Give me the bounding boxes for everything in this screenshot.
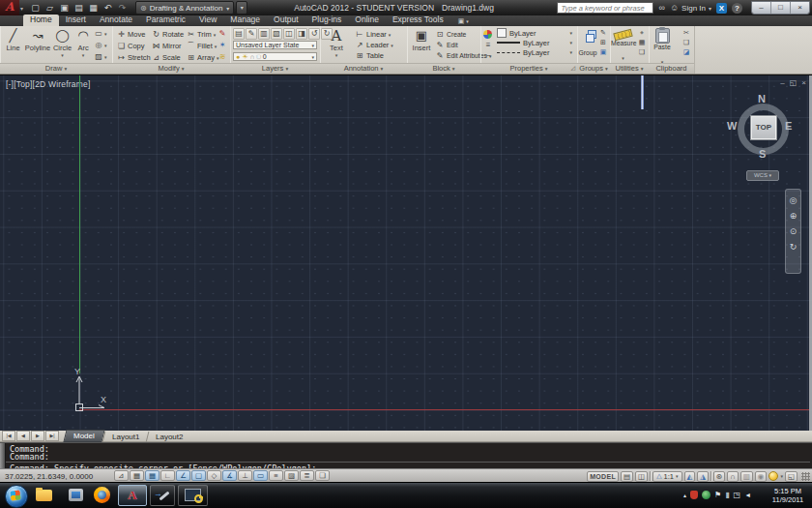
doc-minimize-icon[interactable]: – — [780, 78, 784, 87]
quick-select-tool[interactable]: ❏ — [637, 48, 647, 56]
group-tool[interactable]: Group — [578, 28, 597, 59]
panel-label-modify[interactable]: Modify▾ — [112, 63, 230, 74]
tab-model[interactable]: Model — [63, 430, 104, 442]
offset-tool[interactable]: ≋ — [218, 52, 227, 61]
steering-wheel-icon[interactable]: ◎ — [790, 195, 798, 205]
layer-properties-icon[interactable]: ▤ — [233, 28, 245, 40]
tab-online[interactable]: Online — [348, 15, 386, 26]
match-properties-tool[interactable]: ◪ — [682, 48, 691, 56]
leader-tool[interactable]: ↗Leader▾ — [355, 41, 393, 49]
plot-icon[interactable]: ▦ — [88, 4, 99, 13]
object-snap-tracking-toggle[interactable]: ∡ — [222, 470, 237, 481]
arc-tool[interactable]: ◠ Arc ▾ — [73, 28, 93, 58]
taskbar-tool-app[interactable]: → — [150, 485, 175, 506]
array-tool[interactable]: ⊞Array▾ — [187, 52, 220, 63]
minimize-button[interactable]: – — [752, 2, 771, 14]
layer-unisolate-icon[interactable]: ▧ — [271, 28, 282, 40]
trim-tool[interactable]: ✂Trim▾ — [187, 29, 220, 40]
exchange-apps-icon[interactable]: X — [716, 3, 727, 14]
ribbon-display-toggle[interactable]: ▣ ▾ — [458, 16, 469, 26]
tab-parametric[interactable]: Parametric — [139, 15, 192, 26]
taskbar-key-app[interactable] — [178, 485, 208, 506]
quick-access-customize-button[interactable]: ▾ — [236, 1, 247, 15]
panel-label-clipboard[interactable]: Clipboard — [649, 63, 694, 74]
first-tab-button[interactable]: |◀ — [2, 431, 15, 441]
transparency-toggle[interactable]: ▨ — [284, 470, 299, 481]
group-edit-tool[interactable]: ✎ — [598, 29, 608, 37]
pan-icon[interactable]: ⊕ — [790, 211, 798, 221]
lightbulb-icon[interactable] — [768, 471, 778, 481]
redo-icon[interactable]: ↷ — [117, 4, 128, 13]
layer-state-dropdown[interactable]: Unsaved Layer State ▾ — [233, 41, 317, 49]
next-tab-button[interactable]: ▶ — [31, 431, 44, 441]
insert-block-tool[interactable]: ▣ Insert — [409, 28, 434, 52]
drawn-line-object[interactable] — [641, 75, 644, 109]
dynamic-input-toggle[interactable]: ▭ — [253, 470, 268, 481]
network-tray-icon[interactable] — [702, 491, 710, 499]
polar-tracking-toggle[interactable]: ∠ — [176, 470, 190, 481]
prev-tab-button[interactable]: ◀ — [16, 431, 30, 441]
panel-label-utilities[interactable]: Utilities▾ — [610, 63, 649, 74]
taskbar-autocad[interactable]: A — [118, 485, 147, 506]
autoscale-icon[interactable]: ◮ — [697, 471, 709, 482]
ortho-mode-toggle[interactable]: ∟ — [160, 470, 175, 481]
rectangle-tool[interactable]: ▭▾ — [94, 29, 107, 38]
linetype-dropdown[interactable]: ByLayer ▾ — [497, 47, 574, 57]
taskbar-explorer[interactable] — [36, 488, 52, 501]
annotation-visibility-icon[interactable]: ◭ — [684, 471, 696, 482]
drawing-canvas[interactable]: [-][Top][2D Wireframe] – ◱ × TOP N S W E… — [0, 75, 812, 431]
panel-label-groups[interactable]: Groups▾ — [577, 63, 610, 74]
rotate-tool[interactable]: ↻Rotate — [152, 29, 186, 40]
circle-tool[interactable]: ◯ Circle ▾ — [51, 28, 73, 58]
panel-label-layers[interactable]: Layers▾ — [230, 63, 320, 74]
line-tool[interactable]: ╱ Line — [2, 28, 24, 52]
start-button[interactable] — [5, 485, 28, 508]
tab-manage[interactable]: Manage — [223, 15, 267, 26]
action-center-flag-icon[interactable]: ⚑ — [714, 491, 721, 499]
text-tool[interactable]: A Text ▾ — [324, 28, 349, 58]
tab-home[interactable]: Home — [23, 15, 59, 26]
panel-label-block[interactable]: Block▾ — [407, 63, 480, 74]
command-window[interactable]: Command: Command: Command: Specify oppos… — [0, 442, 812, 468]
copy-tool[interactable]: ❏Copy — [117, 41, 151, 51]
lock-ui-icon[interactable]: ∩ — [727, 471, 738, 482]
application-menu-chevron-icon[interactable]: ▾ — [20, 5, 23, 12]
quick-view-drawings-icon[interactable]: ◫ — [635, 471, 648, 482]
workspace-switching-icon[interactable]: ⊛ — [713, 471, 725, 482]
chevron-down-icon[interactable]: ▾ — [324, 52, 349, 58]
panel-label-draw[interactable]: Draw▾ — [0, 63, 112, 74]
dialog-launcher-icon[interactable]: ◿ — [570, 63, 575, 73]
orbit-icon[interactable]: ↻ — [790, 242, 798, 252]
object-color-tool[interactable] — [483, 30, 493, 39]
zoom-icon[interactable]: ⊙ — [790, 226, 798, 236]
chevron-down-icon[interactable]: ▾ — [780, 473, 783, 479]
selection-cycling-toggle[interactable]: ❏ — [315, 470, 330, 481]
wcs-dropdown[interactable]: WCS ▾ — [746, 170, 779, 181]
clean-screen-icon[interactable]: ◱ — [785, 471, 798, 482]
panel-label-annotation[interactable]: Annotation▾ — [320, 63, 407, 74]
dynamic-ucs-toggle[interactable]: ⊥ — [238, 470, 252, 481]
linetype-tool[interactable]: ┄ — [483, 51, 493, 60]
tab-layout1[interactable]: Layout1 — [102, 432, 148, 442]
help-icon[interactable]: ? — [732, 3, 742, 14]
viewport-controls-label[interactable]: [-][Top][2D Wireframe] — [6, 79, 91, 89]
layer-off-icon[interactable]: ◨ — [296, 28, 307, 40]
command-window-grip[interactable] — [0, 443, 6, 468]
copy-clip-tool[interactable]: ❏ — [682, 39, 691, 46]
mirror-tool[interactable]: ⋈Mirror — [152, 41, 186, 51]
viewcube-east[interactable]: E — [785, 120, 792, 132]
new-icon[interactable]: ▢ — [30, 4, 41, 13]
model-space-button[interactable]: MODEL — [587, 471, 619, 482]
sign-in-menu[interactable]: ☺ Sign In ▾ — [670, 3, 711, 13]
chevron-down-icon[interactable]: ▾ — [73, 52, 93, 58]
hardware-acceleration-icon[interactable]: ▥ — [740, 471, 753, 482]
window-tray-icon[interactable]: ◳ — [734, 491, 741, 499]
layer-previous-icon[interactable]: ↺ — [308, 28, 320, 40]
grid-display-toggle[interactable]: ▦ — [145, 470, 160, 481]
quick-properties-toggle[interactable]: ≣ — [300, 470, 314, 481]
3d-object-snap-toggle[interactable]: ◇ — [207, 470, 221, 481]
viewcube-south[interactable]: S — [759, 148, 766, 160]
stretch-tool[interactable]: ↦Stretch — [117, 52, 151, 63]
linear-dimension-tool[interactable]: ⊢Linear▾ — [355, 30, 393, 39]
object-snap-toggle[interactable]: ▢ — [191, 470, 206, 481]
